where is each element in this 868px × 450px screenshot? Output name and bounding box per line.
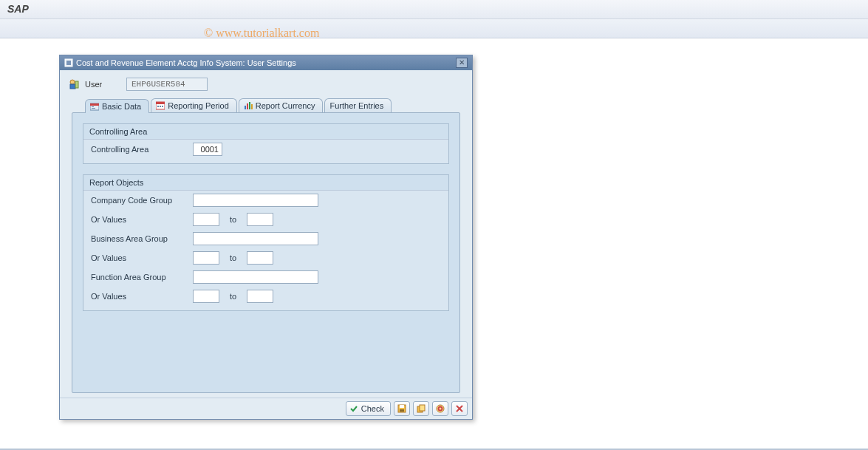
field-label: Or Values [91, 253, 187, 262]
dialog-footer: Check [60, 398, 472, 419]
dialog-titlebar: Cost and Revenue Element Acctg Info Syst… [60, 55, 472, 70]
row-company-code-group: Company Code Group [83, 191, 448, 210]
business-area-from-input[interactable] [193, 251, 219, 265]
svg-rect-20 [400, 409, 404, 412]
svg-point-25 [440, 408, 442, 410]
group-title: Report Objects [83, 175, 448, 191]
cancel-icon [455, 404, 464, 413]
variant-icon [417, 404, 426, 413]
tab-further-entries[interactable]: Further Entries [324, 98, 392, 112]
svg-rect-7 [92, 106, 94, 107]
tab-basic-data[interactable]: Basic Data [85, 99, 149, 113]
function-area-group-input[interactable] [193, 270, 318, 284]
svg-rect-4 [75, 81, 78, 88]
check-icon [349, 404, 358, 413]
reporting-period-icon [156, 101, 165, 110]
row-function-area-values: Or Values to [83, 287, 448, 306]
save-button[interactable] [394, 401, 410, 416]
to-label: to [225, 215, 241, 224]
to-label: to [225, 292, 241, 301]
controlling-area-input[interactable] [193, 143, 222, 156]
app-header: SAP [0, 0, 868, 19]
svg-rect-17 [251, 104, 253, 109]
user-row: User EHP6USER584 [64, 75, 468, 98]
tab-label: Basic Data [102, 102, 141, 111]
svg-rect-14 [245, 106, 246, 109]
to-label: to [225, 253, 241, 262]
svg-rect-16 [249, 102, 250, 109]
field-label: Or Values [91, 215, 187, 224]
svg-point-2 [70, 80, 75, 84]
dialog-body: User EHP6USER584 Basic Data R [60, 70, 472, 398]
row-business-area-group: Business Area Group [83, 229, 448, 248]
check-button[interactable]: Check [346, 401, 391, 416]
group-report-objects: Report Objects Company Code Group Or Val… [83, 174, 449, 311]
cancel-button[interactable] [451, 401, 468, 416]
app-title: SAP [7, 3, 29, 15]
svg-rect-15 [247, 103, 248, 109]
tabstrip: Basic Data Reporting Period Report Curre… [85, 98, 460, 112]
info-icon [436, 404, 445, 413]
business-area-to-input[interactable] [247, 251, 273, 265]
user-label: User [85, 80, 120, 89]
field-label: Company Code Group [91, 196, 187, 205]
basic-data-icon [90, 102, 99, 111]
row-company-code-values: Or Values to [83, 210, 448, 229]
report-currency-icon [244, 101, 253, 110]
row-business-area-values: Or Values to [83, 248, 448, 267]
tab-label: Report Currency [256, 101, 315, 110]
svg-rect-11 [157, 106, 159, 107]
check-label: Check [361, 404, 384, 413]
content-area: Cost and Revenue Element Acctg Info Syst… [0, 38, 868, 420]
function-area-from-input[interactable] [193, 290, 219, 303]
user-value: EHP6USER584 [126, 78, 208, 91]
save-icon [397, 404, 406, 413]
row-controlling-area: Controlling Area [83, 140, 448, 159]
company-code-group-input[interactable] [193, 194, 318, 207]
dialog-icon [64, 58, 73, 67]
user-icon [69, 79, 79, 89]
company-code-to-input[interactable] [247, 213, 273, 226]
dialog-title: Cost and Revenue Element Acctg Info Syst… [76, 58, 296, 67]
svg-rect-1 [66, 61, 71, 65]
svg-rect-8 [92, 108, 95, 109]
field-label: Or Values [91, 292, 187, 301]
function-area-to-input[interactable] [247, 290, 273, 303]
tab-report-currency[interactable]: Report Currency [239, 98, 324, 112]
svg-rect-10 [156, 102, 165, 104]
field-label: Business Area Group [91, 234, 187, 243]
tab-label: Reporting Period [168, 101, 229, 110]
app-toolbar [0, 19, 868, 38]
row-function-area-group: Function Area Group [83, 267, 448, 287]
svg-rect-19 [400, 405, 404, 408]
field-label: Controlling Area [91, 145, 187, 154]
info-button[interactable] [432, 401, 448, 416]
group-title: Controlling Area [83, 124, 448, 140]
svg-rect-6 [90, 103, 99, 106]
business-area-group-input[interactable] [193, 232, 318, 245]
svg-rect-12 [160, 106, 161, 107]
dialog-close-button[interactable]: ✕ [456, 58, 468, 68]
variant-button[interactable] [413, 401, 429, 416]
user-settings-dialog: Cost and Revenue Element Acctg Info Syst… [59, 55, 473, 420]
svg-rect-22 [420, 405, 425, 411]
tab-reporting-period[interactable]: Reporting Period [151, 98, 237, 112]
tab-panel-basic-data: Controlling Area Controlling Area Report… [72, 112, 460, 393]
tab-label: Further Entries [329, 101, 383, 110]
company-code-from-input[interactable] [193, 213, 219, 226]
svg-rect-13 [162, 106, 163, 107]
svg-rect-3 [70, 84, 75, 89]
group-controlling-area: Controlling Area Controlling Area [83, 123, 449, 164]
field-label: Function Area Group [91, 273, 187, 282]
